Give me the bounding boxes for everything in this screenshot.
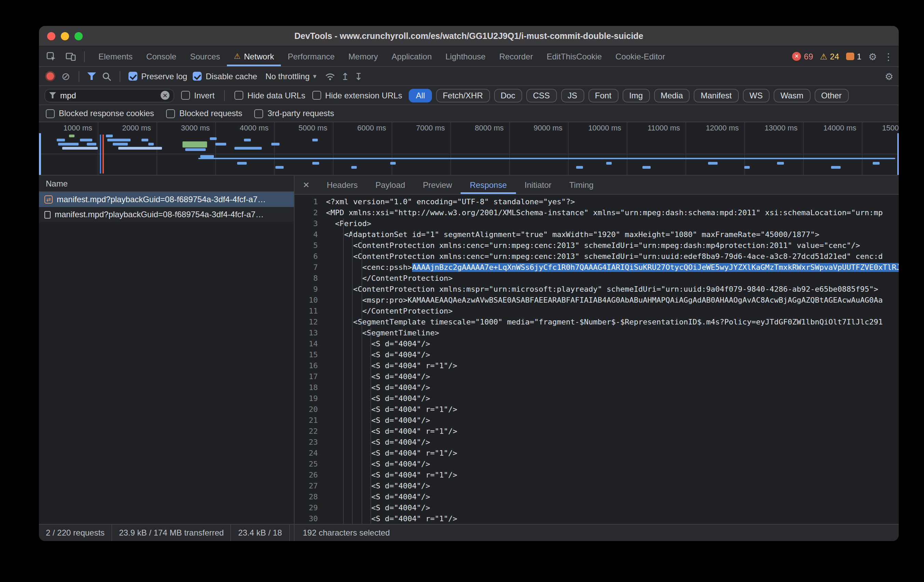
status-item: 23.4 kB / 18: [231, 524, 289, 541]
detail-tab-response[interactable]: Response: [461, 176, 516, 194]
chevron-down-icon: ▾: [313, 73, 317, 80]
search-button[interactable]: [101, 71, 111, 81]
line-number: 17: [295, 372, 326, 383]
code-line: 29 <S d="4004"/>: [295, 503, 899, 514]
minimize-window-button[interactable]: [61, 32, 69, 40]
timeline-label: 14000 ms: [811, 124, 859, 132]
filter-pill-wasm[interactable]: Wasm: [774, 89, 810, 102]
export-har-button[interactable]: ↥: [341, 71, 349, 81]
checkbox-box: [193, 72, 201, 81]
blocked-response-cookies-checkbox[interactable]: Blocked response cookies: [46, 109, 154, 118]
hide-data-urls-checkbox[interactable]: Hide data URLs: [234, 91, 305, 100]
errors-badge[interactable]: ✕ 69: [792, 51, 813, 61]
indent-guide: [343, 219, 344, 524]
filter-pill-other[interactable]: Other: [814, 89, 848, 102]
request-bar: [200, 155, 214, 158]
checkbox-box: [46, 109, 54, 118]
clear-filter-button[interactable]: ✕: [161, 91, 170, 100]
tabbar-left-icons: [39, 46, 92, 66]
close-window-button[interactable]: [47, 32, 55, 40]
zoom-window-button[interactable]: [74, 32, 83, 40]
filter-pill-manifest[interactable]: Manifest: [694, 89, 739, 102]
tab-performance[interactable]: Performance: [281, 46, 342, 66]
filter-pill-fetch-xhr[interactable]: Fetch/XHR: [436, 89, 490, 102]
filter-pill-media[interactable]: Media: [654, 89, 690, 102]
filter-pill-font[interactable]: Font: [588, 89, 618, 102]
separator: [84, 51, 85, 62]
tab-network[interactable]: ⚠Network: [227, 46, 281, 66]
clear-network-log-button[interactable]: ⊘: [61, 71, 70, 81]
error-icon: ✕: [792, 52, 801, 61]
indent-guide: [361, 241, 362, 524]
filter-input[interactable]: mpd ✕: [45, 89, 174, 102]
network-conditions-button[interactable]: [325, 72, 336, 80]
issues-badge[interactable]: 1: [846, 51, 861, 61]
response-code-view[interactable]: 1<?xml version="1.0" encoding="UTF-8" st…: [295, 195, 899, 524]
code-text: <S d="4004"/>: [326, 503, 430, 514]
request-bar: [873, 162, 879, 165]
-rd-party-requests-checkbox[interactable]: 3rd-party requests: [254, 109, 334, 118]
line-number: 9: [295, 284, 326, 295]
tab-lighthouse[interactable]: Lighthouse: [439, 46, 492, 66]
name-column-header[interactable]: Name: [39, 176, 294, 192]
tab-elements[interactable]: Elements: [92, 46, 139, 66]
overview-left-handle[interactable]: [39, 133, 41, 175]
filter-pill-js[interactable]: JS: [561, 89, 584, 102]
network-settings-button[interactable]: ⚙: [885, 71, 893, 81]
network-filter-bar-2: Blocked response cookiesBlocked requests…: [39, 105, 899, 122]
request-row[interactable]: ⇄manifest.mpd?playbackGuid=08-f689754a-3…: [39, 192, 294, 207]
detail-tab-payload[interactable]: Payload: [367, 176, 414, 194]
inspect-element-button[interactable]: [43, 49, 59, 64]
code-line: 30 <S d="4004" r="1"/>: [295, 514, 899, 524]
filter-pill-all[interactable]: All: [409, 89, 432, 102]
settings-gear-button[interactable]: ⚙: [868, 51, 877, 61]
filter-pill-doc[interactable]: Doc: [494, 89, 522, 102]
request-detail-pane: ✕ HeadersPayloadPreviewResponseInitiator…: [295, 176, 899, 524]
tab-label: Console: [146, 51, 177, 61]
overview-right-handle[interactable]: [897, 133, 899, 175]
device-toolbar-button[interactable]: [62, 49, 79, 64]
tab-editthiscookie[interactable]: EditThisCookie: [540, 46, 609, 66]
import-har-button[interactable]: ↧: [355, 71, 363, 81]
indent-guide: [370, 328, 371, 524]
filter-pill-css[interactable]: CSS: [526, 89, 557, 102]
disable-cache-checkbox[interactable]: Disable cache: [193, 71, 257, 81]
code-line: 11 </ContentProtection>: [295, 306, 899, 317]
code-text: <SegmentTemplate timescale="1000" media=…: [326, 317, 883, 328]
tab-recorder[interactable]: Recorder: [492, 46, 540, 66]
detail-tab-initiator[interactable]: Initiator: [516, 176, 560, 194]
tab-cookie-editor[interactable]: Cookie-Editor: [609, 46, 672, 66]
detail-tab-preview[interactable]: Preview: [414, 176, 461, 194]
filter-pill-ws[interactable]: WS: [742, 89, 769, 102]
tab-application[interactable]: Application: [385, 46, 439, 66]
checkbox-box: [234, 91, 243, 100]
code-line: 20 <S d="4004" r="1"/>: [295, 404, 899, 415]
warnings-badge[interactable]: ⚠ 24: [820, 51, 839, 61]
timeline-label: 3000 ms: [165, 124, 213, 132]
close-detail-button[interactable]: ✕: [295, 176, 318, 194]
code-text: <S d="4004"/>: [326, 481, 430, 492]
line-number: 19: [295, 394, 326, 404]
tab-label: Lighthouse: [446, 51, 485, 61]
network-overview[interactable]: 1000 ms2000 ms3000 ms4000 ms5000 ms6000 …: [39, 122, 899, 176]
filter-pill-img[interactable]: Img: [622, 89, 650, 102]
request-row[interactable]: manifest.mpd?playbackGuid=08-f689754a-3d…: [39, 207, 294, 222]
invert-checkbox[interactable]: Invert: [181, 91, 214, 100]
blocked-requests-checkbox[interactable]: Blocked requests: [167, 109, 242, 118]
preserve-log-label: Preserve log: [141, 71, 187, 81]
code-line: 10 <mspr:pro>KAMAAAEAAQAeAzwAVwBSAE0ASAB…: [295, 295, 899, 306]
record-network-log-button[interactable]: [46, 73, 54, 80]
detail-tab-headers[interactable]: Headers: [318, 176, 367, 194]
throttling-dropdown[interactable]: No throttling ▾: [263, 70, 319, 82]
detail-tab-timing[interactable]: Timing: [560, 176, 602, 194]
tab-sources[interactable]: Sources: [183, 46, 227, 66]
hide-extension-urls-label: Hide extension URLs: [325, 91, 402, 100]
tab-label: Sources: [190, 51, 220, 61]
checkbox-label: 3rd-party requests: [267, 109, 334, 118]
preserve-log-checkbox[interactable]: Preserve log: [128, 71, 187, 81]
hide-extension-urls-checkbox[interactable]: Hide extension URLs: [312, 91, 402, 100]
tab-memory[interactable]: Memory: [342, 46, 385, 66]
filter-toggle-button[interactable]: [87, 73, 96, 80]
more-options-button[interactable]: ⋮: [884, 51, 893, 61]
tab-console[interactable]: Console: [139, 46, 183, 66]
